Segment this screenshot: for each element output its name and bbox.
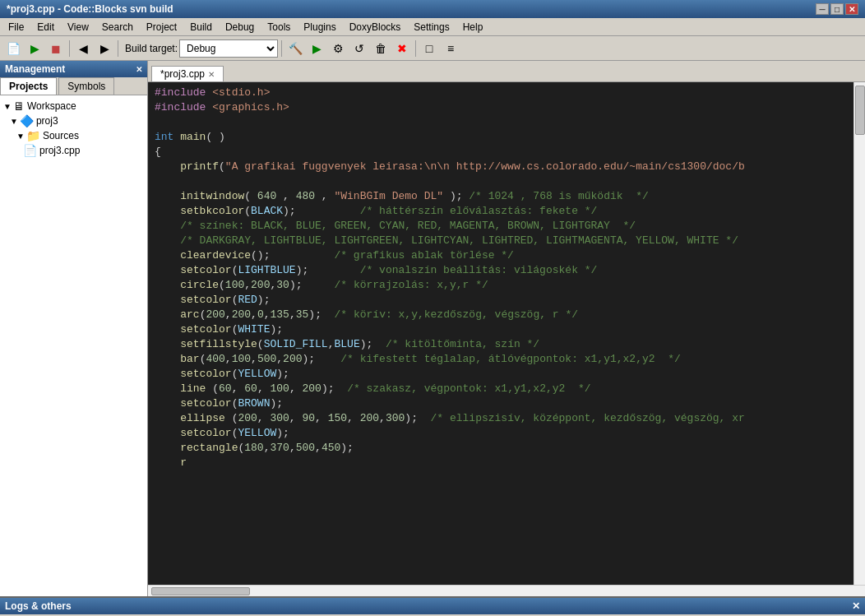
management-title: Management <box>5 63 65 75</box>
menu-file[interactable]: File <box>2 20 30 35</box>
folder-icon: 📁 <box>26 129 40 142</box>
editor-tab-proj3cpp[interactable]: *proj3.cpp ✕ <box>151 66 224 81</box>
separator-3 <box>281 40 282 57</box>
file-label: proj3.cpp <box>39 145 80 156</box>
toolbar-buildrun-icon[interactable]: ⚙ <box>328 39 348 58</box>
management-header: Management ✕ <box>0 61 147 77</box>
tab-label: *proj3.cpp <box>160 68 205 80</box>
build-target-select[interactable]: Debug Release <box>179 39 278 58</box>
toolbar-run[interactable]: ▶ <box>25 39 44 58</box>
expand-arrow: ▼ <box>3 102 12 111</box>
expand-arrow: ▼ <box>16 132 25 141</box>
menu-bar: File Edit View Search Project Build Debu… <box>0 18 865 36</box>
project-label: proj3 <box>36 115 58 127</box>
expand-arrow: ▼ <box>10 117 18 126</box>
management-close-button[interactable]: ✕ <box>136 65 142 74</box>
tab-close-button[interactable]: ✕ <box>208 70 215 79</box>
editor-tabs: *proj3.cpp ✕ <box>148 61 865 82</box>
toolbar-back[interactable]: ◀ <box>73 39 93 58</box>
project-icon: 🔷 <box>20 114 34 127</box>
menu-edit[interactable]: Edit <box>30 20 61 35</box>
menu-tools[interactable]: Tools <box>261 20 297 35</box>
toolbar-build-icon[interactable]: 🔨 <box>285 39 305 58</box>
editor-area: *proj3.cpp ✕ #include <stdio.h> #include… <box>148 61 865 596</box>
toolbar-extra1[interactable]: □ <box>419 39 439 58</box>
workspace-icon: 🖥 <box>13 100 25 113</box>
tab-symbols[interactable]: Symbols <box>58 77 114 95</box>
tree-item-sources[interactable]: ▼ 📁 Sources <box>16 128 144 143</box>
toolbar-run2-icon[interactable]: ▶ <box>307 39 326 58</box>
logs-close-button[interactable]: ✕ <box>852 600 860 612</box>
logs-header: Logs & others ✕ <box>0 598 865 614</box>
menu-help[interactable]: Help <box>456 20 490 35</box>
sources-label: Sources <box>43 130 79 141</box>
code-editor[interactable]: #include <stdio.h> #include <graphics.h>… <box>148 82 853 585</box>
management-tabs: Projects Symbols <box>0 77 147 95</box>
tree-item-workspace[interactable]: ▼ 🖥 Workspace <box>3 99 144 113</box>
main-layout: Management ✕ Projects Symbols ▼ 🖥 Worksp… <box>0 61 865 596</box>
menu-doxyblocks[interactable]: DoxyBlocks <box>343 20 408 35</box>
tree-item-proj3cpp[interactable]: 📄 proj3.cpp <box>23 143 144 158</box>
tree-item-proj3[interactable]: ▼ 🔷 proj3 <box>10 113 144 128</box>
separator-2 <box>118 40 118 57</box>
menu-debug[interactable]: Debug <box>219 20 261 35</box>
scrollbar-thumb[interactable] <box>855 86 865 135</box>
menu-settings[interactable]: Settings <box>407 20 456 35</box>
separator-1 <box>69 40 70 57</box>
toolbar: 📄 ▶ ◼ ◀ ▶ Build target: Debug Release 🔨 … <box>0 36 865 61</box>
toolbar-extra2[interactable]: ≡ <box>441 39 460 58</box>
window-title: *proj3.cpp - Code::Blocks svn build <box>7 3 816 15</box>
left-panel: Management ✕ Projects Symbols ▼ 🖥 Worksp… <box>0 61 148 596</box>
menu-project[interactable]: Project <box>140 20 183 35</box>
menu-view[interactable]: View <box>61 20 95 35</box>
toolbar-rebuild-icon[interactable]: ↺ <box>349 39 369 58</box>
workspace-label: Workspace <box>27 100 76 112</box>
vertical-scrollbar[interactable] <box>853 82 865 585</box>
logs-panel: Logs & others ✕ 📋 Code::Blocks 🔨 Build l… <box>0 596 865 616</box>
toolbar-stop[interactable]: ◼ <box>46 39 66 58</box>
toolbar-new[interactable]: 📄 <box>3 39 23 58</box>
build-target-label: Build target: <box>125 43 178 54</box>
logs-title: Logs & others <box>5 600 72 612</box>
menu-build[interactable]: Build <box>183 20 219 35</box>
close-button[interactable]: ✕ <box>845 3 858 15</box>
horizontal-scrollbar[interactable] <box>148 585 865 596</box>
toolbar-abort-icon[interactable]: ✖ <box>392 39 412 58</box>
separator-4 <box>415 40 416 57</box>
maximize-button[interactable]: □ <box>830 3 844 15</box>
tab-projects[interactable]: Projects <box>0 77 57 95</box>
menu-search[interactable]: Search <box>95 20 140 35</box>
title-controls: ─ □ ✕ <box>816 3 858 15</box>
toolbar-fwd[interactable]: ▶ <box>95 39 114 58</box>
menu-plugins[interactable]: Plugins <box>297 20 342 35</box>
code-content: #include <stdio.h> #include <graphics.h>… <box>148 86 853 470</box>
title-bar: *proj3.cpp - Code::Blocks svn build ─ □ … <box>0 0 865 18</box>
project-tree: ▼ 🖥 Workspace ▼ 🔷 proj3 ▼ 📁 Sources 📄 pr… <box>0 95 147 596</box>
editor-wrapper: #include <stdio.h> #include <graphics.h>… <box>148 82 865 585</box>
minimize-button[interactable]: ─ <box>816 3 829 15</box>
horiz-scrollbar-thumb[interactable] <box>151 587 250 595</box>
toolbar-clean-icon[interactable]: 🗑 <box>371 39 391 58</box>
file-icon: 📄 <box>23 144 37 157</box>
